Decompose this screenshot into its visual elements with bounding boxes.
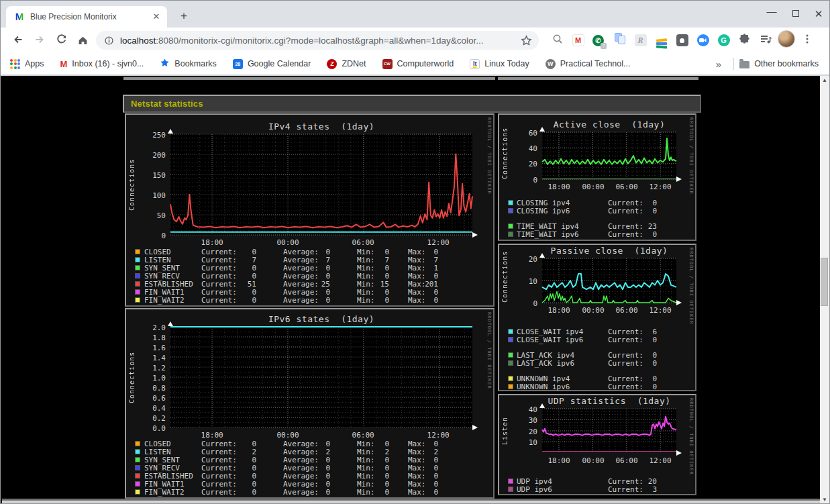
plot-area <box>542 409 676 453</box>
legend-color-swatch <box>135 273 140 279</box>
gmail-ext-toolbar-button[interactable]: M <box>568 30 588 51</box>
puzzle-toolbar-button[interactable] <box>734 30 755 51</box>
y-axis-tick: 10 <box>499 277 537 286</box>
y-axis-tick: 1.6 <box>126 344 166 352</box>
y-axis-tick: 0 <box>499 299 537 308</box>
legend-text: TIME_WAIT ipv6 <box>517 230 579 239</box>
graph-title: IPv4 states (1day) <box>170 121 472 132</box>
y-axis-tick: 100 <box>126 191 166 200</box>
grammarly-toolbar-button[interactable]: G <box>713 30 734 51</box>
previous-graph-bottom-edge <box>498 76 698 80</box>
bookmarks-bar: AppsMInbox (16) - sjvn0...Bookmarks28Goo… <box>1 53 829 76</box>
avatar-toolbar-button[interactable] <box>776 30 796 51</box>
copy-pages-toolbar-button[interactable] <box>609 30 630 51</box>
legend-row: UDP ipv6Current:3 <box>507 485 692 493</box>
x-axis-tick: 00:00 <box>273 238 303 247</box>
new-tab-button[interactable]: + <box>175 7 193 25</box>
legend-row: CLOSING ipv6Current:0 <box>507 207 692 215</box>
graph-passive-close[interactable]: Passive close (1day)Connections2010018:0… <box>498 244 696 391</box>
y-axis-label: Connections <box>501 132 509 179</box>
bookmarks-divider <box>733 58 734 70</box>
legend-text: 0 <box>362 488 389 497</box>
menu-dots-icon <box>802 34 813 47</box>
legend-text: 0 <box>630 359 657 368</box>
legend-color-swatch <box>508 376 513 381</box>
zoom-toolbar-button[interactable] <box>692 30 713 51</box>
keeper-icon <box>676 34 688 46</box>
y-axis-tick: 250 <box>126 131 166 140</box>
graph-ipv6-states[interactable]: IPv6 states (1day)Connections2.01.81.61.… <box>125 308 495 499</box>
forward-button[interactable] <box>30 30 50 50</box>
zoom-icon <box>697 34 709 46</box>
legend-row: ESTABLISHEDCurrent:0Average:0Min:0Max:0 <box>134 472 490 480</box>
star-blue-icon <box>160 58 170 70</box>
legend-row: FIN_WAIT2Current:0Average:0Min:0Max:0 <box>134 296 490 304</box>
legend-color-swatch <box>135 441 140 446</box>
legend-color-swatch <box>508 200 513 205</box>
bookmark-item[interactable]: CWComputerworld <box>382 59 454 69</box>
legend-row: FIN_WAIT2Current:0Average:0Min:0Max:0 <box>134 488 490 496</box>
bookmark-star-icon[interactable] <box>521 35 532 46</box>
y-axis-tick: 0 <box>499 176 537 185</box>
scrollbar-thumb[interactable] <box>821 258 828 306</box>
legend-color-swatch <box>508 208 513 213</box>
scrollbar-up-arrow[interactable]: ▲ <box>820 76 829 85</box>
bookmarks-overflow-chevron[interactable]: » <box>709 58 728 70</box>
bookmark-item[interactable]: ltLinux Today <box>470 59 529 69</box>
legend-color-swatch <box>135 473 140 478</box>
y-axis-tick: 2.0 <box>126 323 166 332</box>
graph-title: Passive close (1day) <box>542 246 676 256</box>
bookmark-item[interactable]: MInbox (16) - sjvn0... <box>60 58 144 70</box>
page-info-icon[interactable] <box>104 36 114 46</box>
plot-area <box>170 134 472 235</box>
legend-text: 0 <box>411 296 438 305</box>
window-maximize-button[interactable] <box>790 8 802 20</box>
search-icon <box>552 33 564 48</box>
y-axis-tick: 0 <box>126 232 166 240</box>
address-bar[interactable]: localhost:8080/monitorix-cgi/monitorix.c… <box>96 31 539 50</box>
x-axis-tick: 18:00 <box>544 456 574 465</box>
r-ext-toolbar-button[interactable]: R <box>630 30 651 51</box>
bookmark-item[interactable]: WPractical Technol... <box>546 59 631 69</box>
tab-close-icon[interactable]: ✕ <box>151 11 162 22</box>
x-axis-tick: 18:00 <box>197 238 227 247</box>
x-axis-tick: 00:00 <box>578 456 608 465</box>
hangouts-toolbar-button[interactable]: ✆? <box>588 30 609 51</box>
home-button[interactable] <box>72 30 93 50</box>
books-toolbar-button[interactable] <box>651 30 672 51</box>
monitorix-favicon: M <box>14 11 25 22</box>
back-button[interactable] <box>7 30 28 50</box>
x-axis-tick: 06:00 <box>348 431 378 440</box>
legend-row: FIN_WAIT1Current:0Average:0Min:0Max:0 <box>134 480 490 488</box>
legend-row: CLOSE_WAIT ipv4Current:6 <box>507 327 692 336</box>
bookmark-item[interactable]: ZZDNet <box>327 59 366 69</box>
apps-grid-icon <box>10 59 20 69</box>
y-axis-tick: 40 <box>499 405 537 414</box>
wordpress-icon: W <box>546 59 556 69</box>
keeper-toolbar-button[interactable] <box>672 30 692 51</box>
bookmark-label: Practical Technol... <box>560 59 631 68</box>
other-bookmarks[interactable]: Other bookmarks <box>739 59 819 68</box>
graph-udp-statistics[interactable]: UDP statistics (1day)Listen4030201018:00… <box>498 394 696 495</box>
page-content: Netstat statistics IPv4 states (1day)Con… <box>1 76 821 504</box>
x-axis-tick: 12:00 <box>423 238 453 247</box>
scrollbar-down-arrow[interactable]: ▼ <box>820 495 829 504</box>
graph-active-close[interactable]: Active close (1day)Connections604020018:… <box>498 113 696 241</box>
menu-dots-toolbar-button[interactable] <box>796 30 817 51</box>
music-queue-toolbar-button[interactable] <box>755 30 776 51</box>
bookmark-item[interactable]: Apps <box>10 59 44 69</box>
legend-color-swatch <box>508 384 513 389</box>
window-minimize-button[interactable]: — <box>766 8 778 20</box>
bookmark-label: Apps <box>25 59 44 68</box>
reload-button[interactable] <box>51 30 71 50</box>
window-close-button[interactable]: ✕ <box>813 8 825 20</box>
graph-ipv4-states[interactable]: IPv4 states (1day)Connections25020015010… <box>125 113 495 307</box>
legend-row: SYN_RECVCurrent:0Average:0Min:0Max:0 <box>134 464 490 472</box>
search-toolbar-button[interactable] <box>547 30 568 51</box>
bookmark-item[interactable]: 28Google Calendar <box>233 59 311 69</box>
y-axis-label: Connections <box>128 134 136 235</box>
browser-tab[interactable]: M Blue Precision Monitorix ✕ <box>6 6 167 28</box>
vertical-scrollbar[interactable]: ▲ ▼ <box>820 76 829 504</box>
y-axis-tick: 30 <box>499 416 537 425</box>
bookmark-item[interactable]: Bookmarks <box>160 58 217 70</box>
